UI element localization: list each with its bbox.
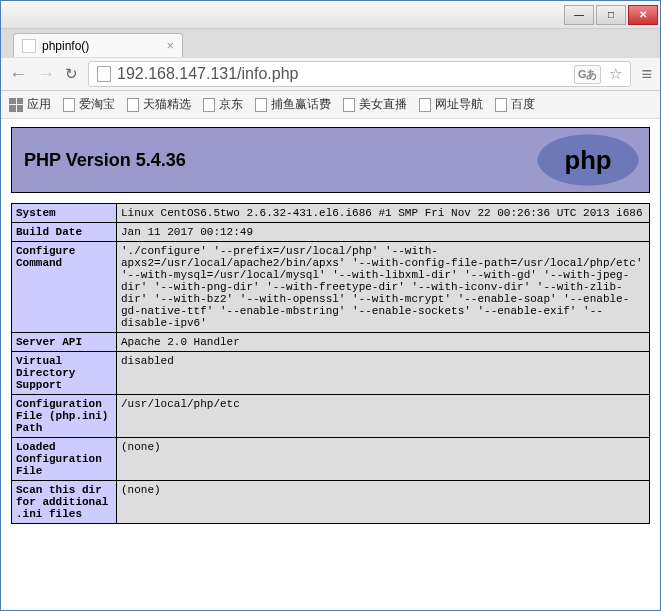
forward-button: → [37,64,55,85]
page-icon [495,98,507,112]
row-label: Build Date [12,223,117,242]
browser-tab[interactable]: phpinfo() × [13,33,183,57]
row-label: Scan this dir for additional .ini files [12,481,117,524]
bookmark-item[interactable]: 美女直播 [343,96,407,113]
php-header: PHP Version 5.4.36 php [11,127,650,193]
page-icon [203,98,215,112]
row-label: Virtual Directory Support [12,352,117,395]
page-icon [63,98,75,112]
row-value: './configure' '--prefix=/usr/local/php' … [117,242,650,333]
table-row: Scan this dir for additional .ini files(… [12,481,650,524]
browser-toolbar: ← → ↻ Gあ ☆ ≡ [1,57,660,91]
page-icon [127,98,139,112]
row-value: (none) [117,481,650,524]
row-label: System [12,204,117,223]
bookmark-item[interactable]: 爱淘宝 [63,96,115,113]
window-titlebar: — □ ✕ [1,1,660,29]
minimize-button[interactable]: — [564,5,594,25]
table-row: Virtual Directory Supportdisabled [12,352,650,395]
row-value: /usr/local/php/etc [117,395,650,438]
bookmarks-bar: 应用 爱淘宝 天猫精选 京东 捕鱼赢话费 美女直播 网址导航 百度 [1,91,660,119]
page-icon [419,98,431,112]
php-version-heading: PHP Version 5.4.36 [18,150,186,171]
bookmark-item[interactable]: 京东 [203,96,243,113]
reload-button[interactable]: ↻ [65,65,78,83]
bookmark-item[interactable]: 捕鱼赢话费 [255,96,331,113]
translate-icon[interactable]: Gあ [574,65,602,84]
table-row: Loaded Configuration File(none) [12,438,650,481]
svg-text:php: php [564,146,611,174]
favicon-icon [22,39,36,53]
url-input[interactable] [117,65,568,83]
row-value: (none) [117,438,650,481]
row-value: Linux CentOS6.5two 2.6.32-431.el6.i686 #… [117,204,650,223]
page-icon [255,98,267,112]
row-value: Jan 11 2017 00:12:49 [117,223,650,242]
php-logo-icon: php [533,131,643,189]
page-icon [343,98,355,112]
back-button[interactable]: ← [9,64,27,85]
table-row: SystemLinux CentOS6.5two 2.6.32-431.el6.… [12,204,650,223]
bookmark-item[interactable]: 百度 [495,96,535,113]
bookmark-star-icon[interactable]: ☆ [609,65,622,83]
bookmark-label: 京东 [219,96,243,113]
apps-shortcut[interactable]: 应用 [9,96,51,113]
address-bar[interactable]: Gあ ☆ [88,61,631,87]
bookmark-label: 网址导航 [435,96,483,113]
tab-title: phpinfo() [42,39,89,53]
bookmark-label: 爱淘宝 [79,96,115,113]
apps-label: 应用 [27,96,51,113]
page-icon [97,66,111,82]
bookmark-item[interactable]: 网址导航 [419,96,483,113]
row-value: disabled [117,352,650,395]
bookmark-label: 美女直播 [359,96,407,113]
window-close-button[interactable]: ✕ [628,5,658,25]
row-label: Configuration File (php.ini) Path [12,395,117,438]
page-content: PHP Version 5.4.36 php SystemLinux CentO… [1,119,660,610]
table-row: Configure Command'./configure' '--prefix… [12,242,650,333]
menu-icon[interactable]: ≡ [641,64,652,85]
table-row: Server APIApache 2.0 Handler [12,333,650,352]
table-row: Build DateJan 11 2017 00:12:49 [12,223,650,242]
phpinfo-table: SystemLinux CentOS6.5two 2.6.32-431.el6.… [11,203,650,524]
table-row: Configuration File (php.ini) Path/usr/lo… [12,395,650,438]
tab-close-button[interactable]: × [166,38,174,53]
bookmark-label: 天猫精选 [143,96,191,113]
row-value: Apache 2.0 Handler [117,333,650,352]
bookmark-label: 百度 [511,96,535,113]
row-label: Server API [12,333,117,352]
bookmark-item[interactable]: 天猫精选 [127,96,191,113]
apps-icon [9,98,23,112]
row-label: Configure Command [12,242,117,333]
maximize-button[interactable]: □ [596,5,626,25]
row-label: Loaded Configuration File [12,438,117,481]
tab-strip: phpinfo() × [1,29,660,57]
bookmark-label: 捕鱼赢话费 [271,96,331,113]
